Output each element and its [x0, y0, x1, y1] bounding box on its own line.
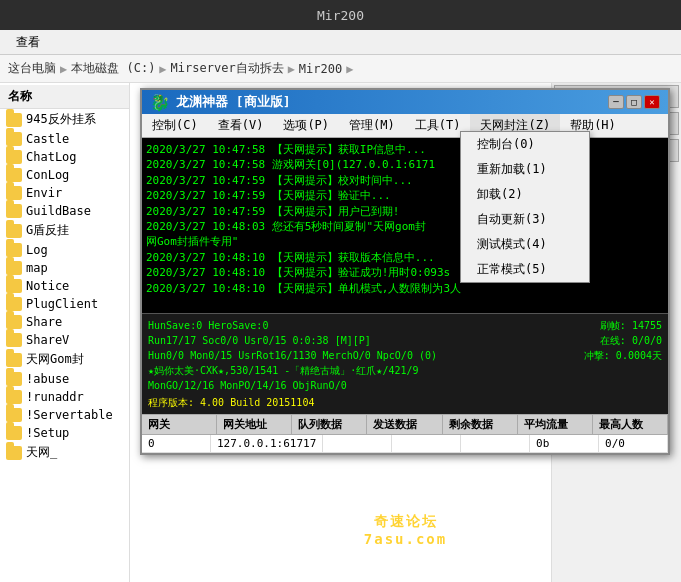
- status-line: MonGO/12/16 MonPO/14/16 ObjRunO/0: [148, 378, 437, 393]
- table-cell: 0b: [530, 435, 599, 452]
- list-item[interactable]: G盾反挂: [0, 220, 129, 241]
- table-header-cell: 最高人数: [593, 415, 668, 434]
- list-item[interactable]: Notice: [0, 277, 129, 295]
- folder-icon: [6, 297, 22, 311]
- folder-icon: [6, 279, 22, 293]
- list-item[interactable]: !Setup: [0, 424, 129, 442]
- online-count: 在线: 0/0/0: [584, 333, 662, 348]
- list-item[interactable]: 天网Gom封: [0, 349, 129, 370]
- file-panel: 名称 945反外挂系CastleChatLogConLogEnvirGuildB…: [0, 83, 130, 582]
- explorer-layout: 名称 945反外挂系CastleChatLogConLogEnvirGuildB…: [0, 83, 681, 582]
- dropdown-item[interactable]: 自动更新(3): [461, 207, 589, 232]
- dragon-title: 龙渊神器 [商业版]: [176, 93, 290, 111]
- status-line: HunSave:0 HeroSave:0: [148, 318, 437, 333]
- folder-icon: [6, 224, 22, 238]
- folder-icon: [6, 186, 22, 200]
- maximize-button[interactable]: □: [626, 95, 642, 109]
- status-left: HunSave:0 HeroSave:0Run17/17 Soc0/0 Usr0…: [148, 318, 437, 393]
- table-header-cell: 平均流量: [518, 415, 593, 434]
- refresh-rate: 刷帧: 14755: [584, 318, 662, 333]
- breadcrumb-computer[interactable]: 这台电脑: [8, 60, 56, 77]
- file-panel-header: 名称: [0, 85, 129, 109]
- table-header-cell: 剩余数据: [443, 415, 518, 434]
- list-item[interactable]: Share: [0, 313, 129, 331]
- folder-icon: [6, 132, 22, 146]
- shock-time: 冲撃: 0.0004天: [584, 348, 662, 363]
- folder-icon: [6, 390, 22, 404]
- file-list: 945反外挂系CastleChatLogConLogEnvirGuildBase…: [0, 109, 129, 463]
- folder-icon: [6, 204, 22, 218]
- folder-icon: [6, 446, 22, 460]
- list-item[interactable]: 天网_: [0, 442, 129, 463]
- table-row[interactable]: 0127.0.0.1:617170b0/0: [142, 435, 668, 453]
- folder-icon: [6, 168, 22, 182]
- breadcrumb: 这台电脑 ▶ 本地磁盘 (C:) ▶ Mirserver自动拆去 ▶ Mir20…: [0, 55, 681, 83]
- folder-icon: [6, 150, 22, 164]
- dragon-title-bar: 🐉 龙渊神器 [商业版] ─ □ ✕: [142, 90, 668, 114]
- minimize-button[interactable]: ─: [608, 95, 624, 109]
- table-header-cell: 网关地址: [217, 415, 292, 434]
- list-item[interactable]: ShareV: [0, 331, 129, 349]
- list-item[interactable]: PlugClient: [0, 295, 129, 313]
- status-line: Run17/17 Soc0/0 Usr0/15 0:0:38 [M][P]: [148, 333, 437, 348]
- main-area: 🐉 龙渊神器 [商业版] ─ □ ✕ 控制(C) 查看(V) 选项(P) 管理(…: [130, 83, 681, 582]
- title-bar: Mir200: [0, 0, 681, 30]
- table-body: 0127.0.0.1:617170b0/0: [142, 435, 668, 453]
- list-item[interactable]: Castle: [0, 130, 129, 148]
- status-line: ★妈你太美·CXK★,530/1541 -「精绝古城」·红爪★/421/9: [148, 363, 437, 378]
- list-item[interactable]: GuildBase: [0, 202, 129, 220]
- status-right: 刷帧: 14755 在线: 0/0/0 冲撃: 0.0004天: [584, 318, 662, 393]
- close-button[interactable]: ✕: [644, 95, 660, 109]
- table-cell: 0: [142, 435, 211, 452]
- list-item[interactable]: !abuse: [0, 370, 129, 388]
- dropdown-item[interactable]: 控制台(0): [461, 132, 589, 157]
- watermark-line2: 7asu.com: [364, 531, 447, 547]
- version-text: 程序版本: 4.00 Build 20151104: [148, 395, 662, 410]
- dropdown-item[interactable]: 卸载(2): [461, 182, 589, 207]
- dropdown-menu: 控制台(0)重新加载(1)卸载(2)自动更新(3)测试模式(4)正常模式(5): [460, 131, 590, 283]
- folder-icon: [6, 315, 22, 329]
- table-header: 网关网关地址队列数据发送数据剩余数据平均流量最高人数: [142, 415, 668, 435]
- menu-view[interactable]: 查看(V): [208, 114, 274, 137]
- list-item[interactable]: !Servertable: [0, 406, 129, 424]
- list-item[interactable]: map: [0, 259, 129, 277]
- list-item[interactable]: ChatLog: [0, 148, 129, 166]
- table-cell: [323, 435, 392, 452]
- folder-icon: [6, 243, 22, 257]
- folder-icon: [6, 408, 22, 422]
- menu-control[interactable]: 控制(C): [142, 114, 208, 137]
- menu-item-view[interactable]: 查看: [8, 32, 48, 53]
- list-item[interactable]: !runaddr: [0, 388, 129, 406]
- menu-options[interactable]: 选项(P): [273, 114, 339, 137]
- table-header-cell: 发送数据: [367, 415, 442, 434]
- dropdown-item[interactable]: 正常模式(5): [461, 257, 589, 282]
- table-header-cell: 网关: [142, 415, 217, 434]
- status-area: HunSave:0 HeroSave:0Run17/17 Soc0/0 Usr0…: [142, 313, 668, 414]
- table-cell: [461, 435, 530, 452]
- list-item[interactable]: Envir: [0, 184, 129, 202]
- list-item[interactable]: Log: [0, 241, 129, 259]
- folder-icon: [6, 113, 22, 127]
- list-item[interactable]: ConLog: [0, 166, 129, 184]
- gateway-table: 网关网关地址队列数据发送数据剩余数据平均流量最高人数 0127.0.0.1:61…: [142, 414, 668, 453]
- folder-icon: [6, 333, 22, 347]
- folder-icon: [6, 261, 22, 275]
- breadcrumb-folder[interactable]: Mirserver自动拆去: [171, 60, 284, 77]
- watermark: 奇速论坛 7asu.com: [364, 513, 447, 547]
- dropdown-item[interactable]: 测试模式(4): [461, 232, 589, 257]
- watermark-line1: 奇速论坛: [364, 513, 447, 531]
- list-item[interactable]: 945反外挂系: [0, 109, 129, 130]
- folder-icon: [6, 426, 22, 440]
- menu-manage[interactable]: 管理(M): [339, 114, 405, 137]
- table-cell: 127.0.0.1:61717: [211, 435, 323, 452]
- table-header-cell: 队列数据: [292, 415, 367, 434]
- dragon-window: 🐉 龙渊神器 [商业版] ─ □ ✕ 控制(C) 查看(V) 选项(P) 管理(…: [140, 88, 670, 455]
- top-menu-bar: 查看: [0, 30, 681, 55]
- dropdown-item[interactable]: 重新加载(1): [461, 157, 589, 182]
- breadcrumb-drive[interactable]: 本地磁盘 (C:): [71, 60, 155, 77]
- breadcrumb-subfolder[interactable]: Mir200: [299, 62, 342, 76]
- table-cell: [392, 435, 461, 452]
- status-line: Hun0/0 Mon0/15 UsrRot16/1130 MerchO/0 Np…: [148, 348, 437, 363]
- title-text: Mir200: [317, 8, 364, 23]
- folder-icon: [6, 372, 22, 386]
